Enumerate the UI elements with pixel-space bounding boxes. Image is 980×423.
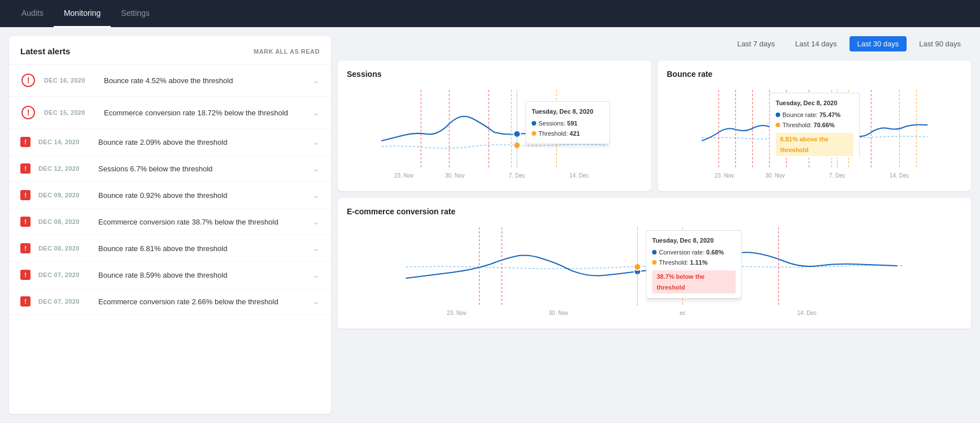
alert-text: Bounce rate 6.81% above the threshold bbox=[98, 244, 307, 253]
alert-chevron-icon[interactable]: ⌄ bbox=[313, 217, 320, 226]
bounce-rate-above-badge: 6.81% above the threshold bbox=[776, 133, 853, 156]
nav-tab-audits[interactable]: Audits bbox=[11, 0, 54, 27]
alert-icon-warning: ! bbox=[20, 137, 31, 147]
alert-item[interactable]: ! DEC 07, 2020 Bounce rate 8.59% above t… bbox=[9, 262, 331, 288]
svg-text:14. Dec: 14. Dec bbox=[797, 310, 816, 316]
time-btn-30[interactable]: Last 30 days bbox=[850, 36, 907, 51]
ecommerce-threshold-label: Threshold bbox=[659, 259, 687, 266]
bounce-rate-threshold-value: 70.66% bbox=[813, 122, 834, 128]
alert-list: ! DEC 16, 2020 Bounce rate 4.52% above t… bbox=[9, 64, 331, 315]
ecommerce-below-badge: 38.7% below the threshold bbox=[652, 270, 736, 293]
time-btn-90[interactable]: Last 90 days bbox=[911, 36, 969, 51]
alert-icon-warning: ! bbox=[20, 190, 31, 200]
sessions-chart-title: Sessions bbox=[347, 70, 642, 79]
alert-icon-warning: ! bbox=[20, 217, 31, 227]
sessions-chart-svg: 23. Nov 30. Nov 7. Dec 14. Dec Tuesday, … bbox=[347, 84, 642, 180]
alert-date: DEC 14, 2020 bbox=[38, 139, 89, 145]
svg-text:30. Nov: 30. Nov bbox=[765, 172, 785, 179]
charts-top-row: Sessions bbox=[338, 61, 971, 191]
ecommerce-threshold-value: 1.11% bbox=[690, 259, 708, 266]
alert-text: Bounce rate 4.52% above the threshold bbox=[104, 76, 307, 85]
ecommerce-chart-title: E-commerce conversion rate bbox=[347, 207, 962, 216]
ecommerce-chart-wrap: 23. Nov 30. Nov ec 14. Dec Tuesday, Dec … bbox=[347, 222, 962, 320]
bounce-rate-chart-wrap: 23. Nov 30. Nov 7. Dec 14. Dec Tuesday, … bbox=[667, 84, 962, 182]
alert-date: DEC 16, 2020 bbox=[44, 77, 95, 84]
navigation: Audits Monitoring Settings bbox=[0, 0, 980, 27]
sessions-chart-card: Sessions bbox=[338, 61, 651, 191]
alert-icon-warning: ! bbox=[20, 243, 31, 253]
alert-text: Ecommerce conversion rate 38.7% below th… bbox=[98, 218, 307, 226]
alert-chevron-icon[interactable]: ⌄ bbox=[313, 270, 320, 279]
ecommerce-metric-label: Conversion rate bbox=[659, 249, 703, 256]
alert-icon-warning: ! bbox=[20, 296, 31, 307]
ecommerce-tooltip: Tuesday, Dec 8, 2020 Conversion rate: 0.… bbox=[646, 230, 742, 299]
alert-date: DEC 08, 2020 bbox=[38, 218, 89, 225]
alert-icon-critical: ! bbox=[20, 72, 36, 88]
alert-date: DEC 07, 2020 bbox=[38, 271, 89, 278]
bounce-rate-tooltip-date: Tuesday, Dec 8, 2020 bbox=[776, 98, 853, 109]
svg-text:ec: ec bbox=[680, 310, 686, 316]
alert-text: Ecommerce conversion rate 18.72% below t… bbox=[104, 109, 307, 117]
svg-text:!: ! bbox=[27, 76, 30, 85]
alert-icon-critical: ! bbox=[20, 105, 36, 120]
time-btn-14[interactable]: Last 14 days bbox=[787, 36, 845, 51]
svg-text:!: ! bbox=[27, 108, 30, 117]
alert-item[interactable]: ! DEC 14, 2020 Bounce rate 2.09% above t… bbox=[9, 129, 331, 156]
alerts-header: Latest alerts MARK ALL AS READ bbox=[9, 36, 331, 64]
alert-text: Bounce rate 8.59% above the threshold bbox=[98, 271, 307, 279]
charts-area: Last 7 days Last 14 days Last 30 days La… bbox=[338, 36, 971, 414]
alert-chevron-icon[interactable]: ⌄ bbox=[313, 108, 320, 117]
mark-all-read-button[interactable]: MARK ALL AS READ bbox=[254, 48, 320, 55]
alert-item[interactable]: ! DEC 09, 2020 Bounce rate 0.92% above t… bbox=[9, 182, 331, 209]
sessions-chart-wrap: 23. Nov 30. Nov 7. Dec 14. Dec Tuesday, … bbox=[347, 84, 642, 182]
alert-date: DEC 07, 2020 bbox=[38, 298, 89, 305]
alert-icon-warning: ! bbox=[20, 163, 31, 174]
svg-text:30. Nov: 30. Nov bbox=[548, 310, 568, 316]
alert-date: DEC 12, 2020 bbox=[38, 165, 89, 172]
ecommerce-chart-svg: 23. Nov 30. Nov ec 14. Dec Tuesday, Dec … bbox=[347, 222, 962, 318]
alert-chevron-icon[interactable]: ⌄ bbox=[313, 76, 320, 85]
sessions-metric-label: Sessions bbox=[538, 120, 564, 127]
main-content: Latest alerts MARK ALL AS READ ! DEC 16,… bbox=[0, 27, 980, 423]
alert-date: DEC 08, 2020 bbox=[38, 245, 89, 252]
svg-text:7. Dec: 7. Dec bbox=[509, 172, 525, 179]
alert-item[interactable]: ! DEC 08, 2020 Bounce rate 6.81% above t… bbox=[9, 235, 331, 262]
alert-text: Bounce rate 2.09% above the threshold bbox=[98, 138, 307, 146]
alert-chevron-icon[interactable]: ⌄ bbox=[313, 191, 320, 200]
sessions-tooltip-date: Tuesday, Dec 8, 2020 bbox=[532, 106, 604, 117]
svg-text:23. Nov: 23. Nov bbox=[447, 310, 466, 316]
bounce-rate-chart-title: Bounce rate bbox=[667, 70, 962, 79]
sessions-threshold-value: 421 bbox=[569, 130, 580, 137]
alert-item[interactable]: ! DEC 12, 2020 Sessions 6.7% below the t… bbox=[9, 156, 331, 182]
alert-chevron-icon[interactable]: ⌄ bbox=[313, 137, 320, 146]
alert-text: Ecommerce conversion rate 2.66% below th… bbox=[98, 297, 307, 306]
svg-text:7. Dec: 7. Dec bbox=[829, 172, 845, 179]
alerts-title: Latest alerts bbox=[20, 46, 70, 56]
sessions-metric-value: 591 bbox=[567, 120, 577, 127]
bounce-rate-metric-value: 75.47% bbox=[819, 111, 840, 118]
bounce-rate-chart-card: Bounce rate bbox=[658, 61, 972, 191]
svg-text:14. Dec: 14. Dec bbox=[890, 172, 909, 179]
alert-chevron-icon[interactable]: ⌄ bbox=[313, 297, 320, 306]
nav-tab-settings[interactable]: Settings bbox=[111, 0, 160, 27]
alert-chevron-icon[interactable]: ⌄ bbox=[313, 244, 320, 253]
svg-text:23. Nov: 23. Nov bbox=[394, 172, 413, 179]
alert-item[interactable]: ! DEC 16, 2020 Bounce rate 4.52% above t… bbox=[9, 64, 331, 97]
alert-chevron-icon[interactable]: ⌄ bbox=[313, 164, 320, 173]
nav-tab-monitoring[interactable]: Monitoring bbox=[54, 0, 111, 27]
alert-date: DEC 15, 2020 bbox=[44, 109, 95, 116]
alert-item[interactable]: ! DEC 07, 2020 Ecommerce conversion rate… bbox=[9, 288, 331, 315]
sessions-tooltip: Tuesday, Dec 8, 2020 Sessions: 591 Thres… bbox=[525, 101, 610, 144]
alert-item[interactable]: ! DEC 15, 2020 Ecommerce conversion rate… bbox=[9, 97, 331, 129]
bounce-rate-threshold-label: Threshold bbox=[782, 122, 810, 128]
svg-text:23. Nov: 23. Nov bbox=[715, 172, 734, 179]
alert-text: Sessions 6.7% below the threshold bbox=[98, 165, 307, 173]
alert-icon-warning: ! bbox=[20, 270, 31, 280]
ecommerce-tooltip-date: Tuesday, Dec 8, 2020 bbox=[652, 235, 736, 246]
sessions-threshold-label: Threshold bbox=[538, 130, 566, 137]
time-btn-7[interactable]: Last 7 days bbox=[729, 36, 783, 51]
svg-text:14. Dec: 14. Dec bbox=[569, 172, 589, 179]
bounce-rate-chart-svg: 23. Nov 30. Nov 7. Dec 14. Dec Tuesday, … bbox=[667, 84, 962, 180]
alert-item[interactable]: ! DEC 08, 2020 Ecommerce conversion rate… bbox=[9, 209, 331, 235]
bounce-rate-tooltip: Tuesday, Dec 8, 2020 Bounce rate: 75.47%… bbox=[769, 93, 860, 158]
